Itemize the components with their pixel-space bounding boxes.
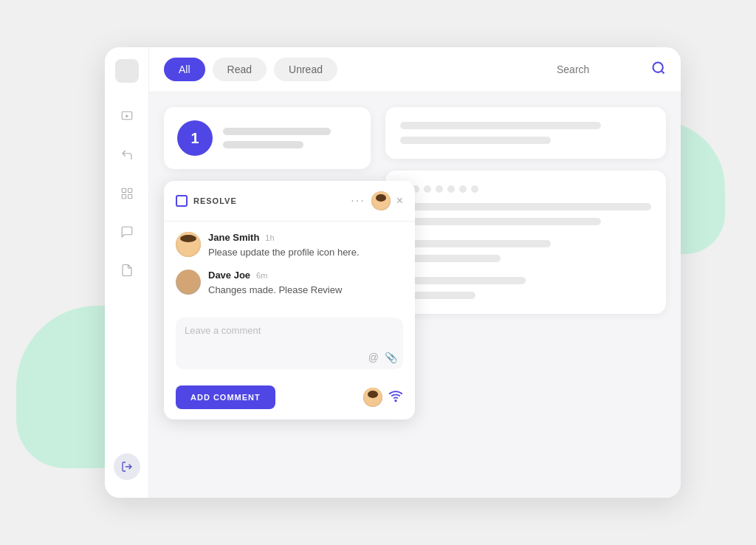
comment-content-1: Jane Smith 1h Please update the profile … (208, 232, 403, 259)
sidebar-icon-chat[interactable] (117, 222, 137, 242)
svg-rect-4 (128, 195, 131, 199)
notification-badge: 1 (177, 120, 213, 156)
comment-panel: RESOLVE ··· × (164, 181, 415, 419)
comment-body: Jane Smith 1h Please update the profile … (164, 222, 415, 318)
svg-rect-2 (128, 188, 131, 192)
skeleton-card-1 (385, 107, 666, 159)
skel-dot (424, 185, 431, 193)
comment-text-2: Changes made. Please Review (208, 284, 403, 297)
comment-content-2: Dave Joe 6m Changes made. Please Review (208, 270, 403, 297)
svg-rect-1 (122, 188, 126, 192)
exit-button[interactable] (114, 453, 140, 480)
more-options-button[interactable]: ··· (351, 194, 365, 208)
right-column (385, 107, 666, 483)
notification-wifi-icon (388, 388, 403, 406)
notification-content (223, 128, 357, 148)
comment-time-2: 6m (256, 271, 267, 280)
svg-rect-3 (122, 195, 126, 199)
svg-point-8 (395, 400, 396, 402)
skeleton-card-2 (385, 171, 666, 314)
notification-card: 1 (164, 107, 371, 169)
sidebar-icon-file[interactable] (117, 260, 137, 281)
topbar: All Read Unread (149, 47, 681, 92)
skel-line (400, 255, 501, 262)
attach-icon[interactable]: 📎 (385, 352, 397, 363)
comment-panel-header: RESOLVE ··· × (164, 181, 415, 222)
comment-item-2: Dave Joe 6m Changes made. Please Review (176, 270, 403, 297)
tab-unread[interactable]: Unread (274, 58, 337, 81)
notif-line-1 (223, 128, 331, 135)
comment-author-row-2: Dave Joe 6m (208, 270, 403, 281)
avatar-jane-smith (176, 232, 201, 257)
main-card: All Read Unread (105, 47, 681, 498)
skel-line (400, 137, 551, 144)
sidebar-logo (115, 59, 139, 83)
sidebar-icon-play[interactable] (117, 106, 137, 127)
search-container (557, 61, 666, 78)
comment-author-row-1: Jane Smith 1h (208, 232, 403, 243)
close-button[interactable]: × (396, 195, 403, 207)
skel-line (400, 240, 551, 247)
svg-line-7 (662, 71, 664, 74)
skel-line (400, 203, 651, 210)
comment-time-1: 1h (265, 233, 274, 242)
comment-author-name-1: Jane Smith (208, 232, 259, 243)
tab-read[interactable]: Read (213, 58, 267, 81)
skel-line (400, 122, 601, 129)
comment-input-icons: @ 📎 (368, 352, 397, 363)
footer-avatars (363, 388, 403, 407)
avatar-dave-joe (176, 270, 201, 295)
search-input[interactable] (557, 64, 645, 75)
main-panel: 1 RESOLVE ··· (149, 92, 681, 498)
comment-placeholder: Leave a comment (185, 325, 394, 336)
resolve-checkbox[interactable] (176, 195, 188, 207)
sidebar (105, 47, 149, 498)
resolve-label: RESOLVE (193, 196, 237, 205)
footer-avatar-1 (363, 388, 382, 407)
notif-line-2 (223, 141, 303, 148)
sidebar-icon-grid[interactable] (117, 183, 137, 204)
comment-input-area[interactable]: Leave a comment @ 📎 (176, 318, 403, 369)
comment-text-1: Please update the profile icon here. (208, 246, 403, 259)
skel-dot (436, 185, 443, 193)
sidebar-icon-reply[interactable] (117, 145, 137, 165)
skel-dot (447, 185, 455, 193)
skel-dots (400, 185, 651, 193)
skel-line (400, 277, 526, 284)
comment-actions: ··· × (351, 191, 403, 210)
add-comment-button[interactable]: ADD COMMENT (176, 385, 275, 409)
comment-footer: ADD COMMENT (164, 378, 415, 419)
search-icon[interactable] (651, 61, 666, 78)
skel-dot (471, 185, 478, 193)
skel-line (400, 218, 601, 225)
mention-icon[interactable]: @ (368, 352, 379, 363)
comment-item: Jane Smith 1h Please update the profile … (176, 232, 403, 259)
content-area: All Read Unread (149, 47, 681, 498)
skel-dot (459, 185, 467, 193)
comment-author-name-2: Dave Joe (208, 270, 250, 281)
tab-all[interactable]: All (164, 58, 205, 81)
commenter-avatar-small (371, 191, 391, 210)
svg-point-6 (653, 63, 663, 72)
